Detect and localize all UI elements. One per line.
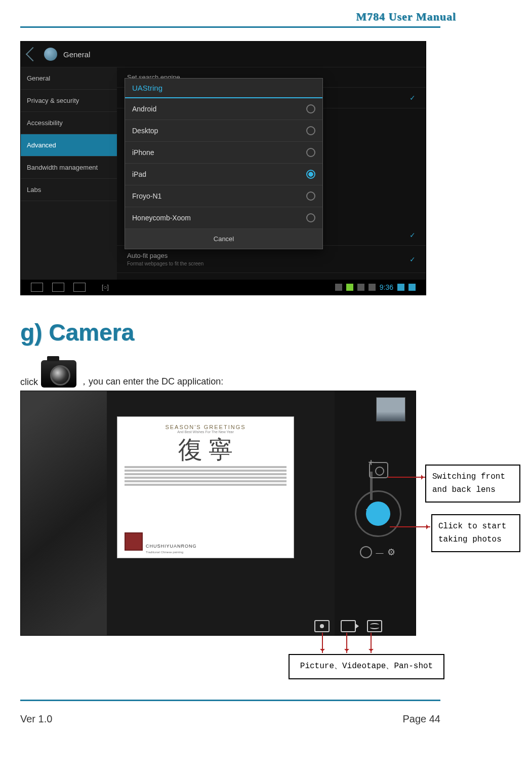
sidebar-item-privacy[interactable]: Privacy & security	[21, 90, 117, 112]
globe-icon	[44, 48, 57, 61]
sidebar-item-general[interactable]: General	[21, 67, 117, 90]
settings-topbar: General	[21, 42, 426, 67]
settings-sidebar: General Privacy & security Accessibility…	[21, 67, 117, 280]
option-label: iPad	[132, 170, 146, 178]
switch-camera-button[interactable]	[369, 462, 388, 478]
intro-text-before: click	[20, 377, 38, 388]
radio-icon	[306, 104, 315, 113]
dialog-title: UAString	[125, 79, 322, 98]
radio-icon	[306, 148, 315, 157]
option-label: Honeycomb-Xoom	[132, 214, 191, 222]
uastring-dialog: UAString Android Desktop iPhone iPad Fro…	[125, 78, 323, 249]
uastring-option-iphone[interactable]: iPhone	[125, 142, 322, 164]
option-label: iPhone	[132, 148, 154, 157]
card-brand-sub: Traditional Chinese painting	[146, 551, 183, 554]
option-label: Android	[132, 105, 156, 113]
mode-dash-icon: —	[376, 548, 384, 557]
status-mail-icon	[357, 284, 364, 291]
status-wifi-icon	[397, 284, 404, 291]
viewfinder-ink-artwork	[21, 391, 107, 635]
camera-intro-line: click ，you can enter the DC application:	[20, 360, 512, 388]
callout-arrow	[346, 633, 347, 653]
manual-title: M784 User Manual	[20, 10, 512, 23]
section-heading-camera: g) Camera	[20, 319, 512, 346]
callout-arrow	[371, 633, 372, 653]
nav-recent-button[interactable]	[73, 283, 86, 292]
back-icon[interactable]	[26, 47, 40, 61]
mode-photo-button[interactable]	[314, 620, 330, 632]
radio-icon	[306, 213, 315, 222]
footer-page-number: Page 44	[402, 713, 440, 725]
topbar-title: General	[63, 50, 90, 59]
sidebar-item-labs[interactable]: Labs	[21, 179, 117, 201]
check-icon: ✓	[410, 231, 416, 239]
uastring-option-honeycomb[interactable]: Honeycomb-Xoom	[125, 207, 322, 229]
callout-switch-lens: Switching front and back lens	[425, 465, 520, 503]
viewfinder-greeting-card: SEASON'S GREETINGS And Best Wishes For T…	[117, 416, 294, 558]
callout-shutter: Click to start taking photos	[431, 514, 520, 552]
row-autofit[interactable]: Auto-fit pages Format webpages to fit th…	[117, 246, 426, 273]
sidebar-item-advanced[interactable]: Advanced	[21, 134, 117, 157]
camera-viewfinder: SEASON'S GREETINGS And Best Wishes For T…	[21, 391, 335, 635]
check-icon: ✓	[410, 255, 416, 263]
mode-panorama-button[interactable]	[367, 620, 382, 632]
camera-app-icon	[41, 360, 76, 388]
radio-icon	[306, 126, 315, 135]
header-rule	[20, 26, 440, 28]
last-photo-thumbnail[interactable]	[376, 397, 405, 421]
status-usb-icon	[369, 284, 376, 291]
card-title: SEASON'S GREETINGS	[125, 424, 287, 430]
shutter-button[interactable]	[355, 490, 401, 537]
mode-settings-row[interactable]: — ⚙	[360, 543, 395, 561]
nav-home-button[interactable]	[52, 283, 64, 292]
status-clock: 9:36	[380, 283, 393, 291]
mode-video-button[interactable]	[341, 620, 356, 632]
row-sublabel: Format webpages to fit the screen	[127, 261, 203, 266]
dialog-cancel-button[interactable]: Cancel	[125, 229, 322, 249]
row-label: Auto-fit pages	[127, 252, 168, 259]
status-download-icon	[335, 284, 342, 291]
option-label: Froyo-N1	[132, 192, 161, 200]
card-seal-stamp	[125, 532, 143, 551]
uastring-option-froyo[interactable]: Froyo-N1	[125, 185, 322, 207]
uastring-option-android[interactable]: Android	[125, 98, 322, 120]
radio-icon	[306, 191, 315, 201]
settings-sliders-icon[interactable]: ⚙	[387, 547, 395, 558]
radio-icon-selected	[306, 170, 315, 179]
status-android-icon	[346, 284, 353, 291]
uastring-option-desktop[interactable]: Desktop	[125, 120, 322, 142]
callout-arrow	[322, 633, 323, 653]
uastring-option-ipad[interactable]: iPad	[125, 164, 322, 185]
mode-ring-icon	[360, 546, 372, 558]
check-icon: ✓	[410, 94, 416, 102]
sidebar-item-bandwidth[interactable]: Bandwidth management	[21, 157, 117, 179]
callout-arrow	[390, 526, 430, 527]
nav-back-button[interactable]	[31, 283, 43, 292]
card-chinese-chars: 復 寧	[125, 438, 287, 462]
shutter-inner-icon	[366, 502, 390, 526]
sidebar-item-accessibility[interactable]: Accessibility	[21, 112, 117, 134]
callout-modes: Picture、Videotape、Pan-shot	[289, 654, 444, 679]
screenshot-browser-settings: General General Privacy & security Acces…	[20, 41, 426, 295]
status-battery-icon	[408, 284, 416, 291]
screenshot-camera-app: SEASON'S GREETINGS And Best Wishes For T…	[20, 391, 416, 636]
intro-text-after: ，you can enter the DC application:	[79, 375, 223, 388]
option-label: Desktop	[132, 127, 158, 135]
card-brand: CHUSHIYUANRONG	[146, 544, 197, 549]
capture-mode-switcher	[314, 620, 382, 632]
card-body-text	[125, 466, 287, 486]
footer-version: Ver 1.0	[20, 713, 52, 725]
android-navbar: [○] 9:36	[21, 280, 426, 295]
page-footer: Ver 1.0 Page 44	[20, 713, 440, 725]
footer-rule	[20, 700, 440, 701]
card-subtitle: And Best Wishes For The New Year	[125, 430, 287, 434]
screenshot-toggle[interactable]: [○]	[102, 284, 109, 291]
callout-arrow	[388, 477, 425, 478]
